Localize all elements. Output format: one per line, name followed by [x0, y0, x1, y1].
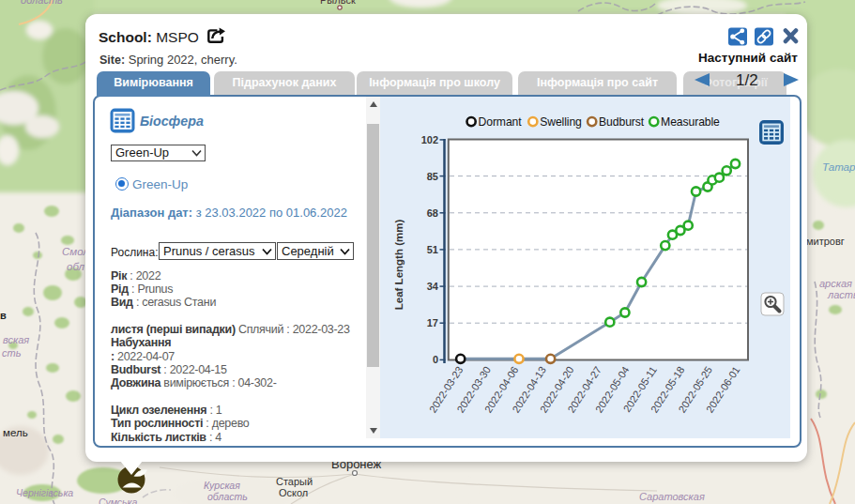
svg-text:обл: обл [67, 261, 85, 272]
svg-text:Татар: Татар [822, 161, 855, 173]
svg-text:34: 34 [427, 281, 439, 292]
svg-text:Сумська: Сумська [99, 496, 138, 504]
svg-text:область: область [21, 0, 63, 6]
svg-text:область: область [207, 491, 248, 502]
svg-text:в: в [0, 310, 7, 321]
svg-text:Рыльск: Рыльск [320, 0, 356, 6]
svg-text:мель: мель [3, 427, 28, 438]
svg-text:102: 102 [421, 134, 438, 145]
svg-text:51: 51 [427, 244, 438, 255]
svg-text:Старый: Старый [276, 476, 313, 487]
svg-text:митровг: митровг [806, 236, 845, 247]
svg-text:68: 68 [427, 207, 438, 219]
svg-text:вская: вская [3, 334, 29, 345]
svg-text:Swelling: Swelling [540, 115, 582, 129]
svg-text:0: 0 [433, 354, 438, 365]
svg-text:Курская: Курская [204, 480, 240, 491]
svg-text:85: 85 [427, 171, 438, 182]
svg-text:Саратовская: Саратовская [639, 491, 705, 502]
svg-text:Leaf Length (mm): Leaf Length (mm) [393, 220, 405, 311]
svg-text:арская: арская [819, 278, 852, 289]
svg-text:Measurable: Measurable [661, 115, 720, 129]
svg-text:сть: сть [2, 347, 22, 359]
svg-text:Budburst: Budburst [599, 115, 645, 129]
svg-text:ласть: ласть [827, 289, 855, 300]
svg-text:Чернігівська: Чернігівська [16, 487, 73, 498]
svg-text:Dormant: Dormant [479, 115, 523, 129]
svg-text:17: 17 [427, 317, 438, 328]
svg-text:Оскол: Оскол [279, 487, 308, 498]
